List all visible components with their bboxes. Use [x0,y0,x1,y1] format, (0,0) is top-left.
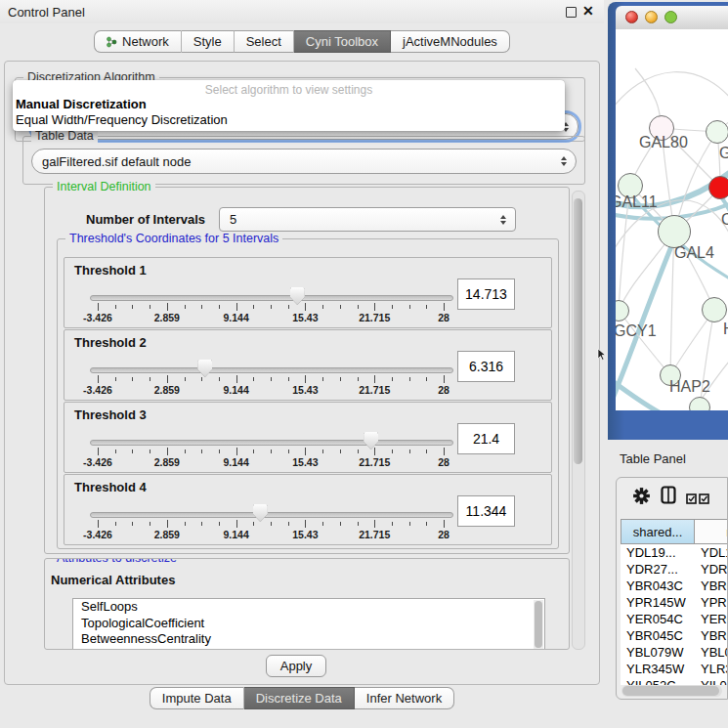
slider-track[interactable] [90,440,453,446]
tick-mark [322,305,323,309]
tick-label: -3.426 [83,312,112,323]
tab-select[interactable]: Select [235,30,294,53]
table-row[interactable]: YBR045CYBR0 [621,627,728,644]
slider-track[interactable] [90,295,453,301]
checkbox-checked-icon[interactable] [699,491,709,508]
slider-track[interactable] [90,512,453,518]
tick-mark [305,520,306,528]
column-header-name[interactable]: na [695,519,728,544]
slider-thumb[interactable] [290,287,305,305]
number-of-intervals-value: 5 [230,212,236,227]
vertical-scrollbar-thumb[interactable] [574,198,582,464]
tick-mark [288,377,289,381]
tick-mark [236,448,237,455]
slider-thumb[interactable] [197,360,212,377]
cell-shared-name: YIL052C [621,678,695,685]
thresholds-group: Threshold's Coordinates for 5 Intervals … [57,238,559,549]
number-of-intervals-label: Number of Intervals [86,212,205,227]
network-node-g[interactable] [706,120,728,144]
tick-mark [340,377,341,381]
interval-definition-group: Interval Definition Number of Intervals … [44,187,570,554]
tick-mark [444,375,445,383]
zoom-button[interactable] [664,11,677,23]
network-node-c[interactable] [708,176,728,199]
threshold-value-field[interactable]: 6.316 [457,351,515,382]
list-item-betweennesscentrality[interactable]: BetweennessCentrality [73,631,544,648]
tick-mark [305,303,306,311]
network-node-h[interactable] [702,297,727,322]
tick-mark [98,448,99,455]
cell-name: YIL0 [695,678,728,685]
table-rows[interactable]: YDL19...YDL1YDR27...YDR2YBR043CYBR0YPR14… [621,544,728,685]
slider-track[interactable] [90,367,453,373]
network-canvas[interactable]: GAL80G.CGAL11GAL4GCY1HHAP2 [616,29,728,410]
number-of-intervals-combobox[interactable]: 5 [219,207,516,232]
threshold-value-field[interactable]: 21.4 [457,423,515,454]
gear-icon[interactable] [633,488,650,508]
popup-item-equal-width-frequency[interactable]: Equal Width/Frequency Discretization [16,112,228,127]
tab-discretize-data[interactable]: Discretize Data [244,687,355,709]
close-button[interactable] [625,11,638,23]
table-panel-title: Table Panel [620,451,686,466]
node-label: C [721,211,728,229]
tab-style[interactable]: Style [182,30,235,53]
tick-label: 15.43 [292,456,318,468]
node-label: G. [719,145,728,162]
float-window-icon[interactable] [566,7,577,18]
tick-label: 28 [438,384,450,396]
table-row[interactable]: YDL19...YDL1 [621,544,728,561]
cell-name: YER0 [695,612,728,626]
threshold-panel-1: Threshold 1-3.4262.8599.14415.4321.71528… [64,257,552,328]
minimize-button[interactable] [645,11,658,23]
cell-name: YBL0 [695,645,728,660]
tick-label: 21.715 [359,384,390,396]
tick-mark [132,522,133,526]
table-row[interactable]: YLR345WYLR3 [621,661,728,677]
tab-impute-data[interactable]: Impute Data [150,687,244,709]
table-data-combobox[interactable]: galFiltered.sif default node [31,149,577,174]
cell-name: YDL1 [695,545,728,560]
tab-label: Cyni Toolbox [306,34,378,49]
checkbox-checked-icon[interactable] [686,491,697,508]
threshold-value-field[interactable]: 11.344 [457,495,515,527]
tick-mark [219,522,220,526]
tab-cyni-toolbox[interactable]: Cyni Toolbox [294,30,391,53]
tab-label: Network [122,34,169,49]
threshold-panel-3: Threshold 3-3.4262.8599.14415.4321.71528… [64,402,552,473]
list-item-topologicalcoefficient[interactable]: TopologicalCoefficient [73,616,544,632]
table-row[interactable]: YIL052CYIL0 [621,677,728,685]
tab-jactivemnodules[interactable]: jActiveMNodules [391,30,510,53]
tab-network[interactable]: Network [94,30,182,53]
apply-button[interactable]: Apply [266,655,326,677]
list-item-selfloops[interactable]: SelfLoops [73,599,544,616]
table-row[interactable]: YBL079WYBL0 [621,644,728,661]
network-node-gal4[interactable] [658,215,691,248]
tick-mark [374,448,375,455]
table-row[interactable]: YER054CYER0 [621,611,728,627]
tick-mark [150,305,150,309]
slider-thumb[interactable] [364,432,378,450]
horizontal-scrollbar[interactable] [621,685,722,697]
columns-icon[interactable] [661,486,676,508]
numerical-attributes-listbox[interactable]: SelfLoopsTopologicalCoefficientBetweenne… [72,598,545,650]
tab-infer-network[interactable]: Infer Network [355,687,454,709]
numerical-attributes-label: Numerical Attributes [51,573,175,587]
table-row[interactable]: YPR145WYPR1 [621,594,728,611]
tick-label: 9.144 [223,312,248,323]
table-row[interactable]: YDR27...YDR2 [621,561,728,578]
cell-shared-name: YBR043C [621,578,695,593]
tick-mark [409,522,410,526]
list-scrollbar[interactable] [534,600,543,649]
table-row[interactable]: YBR043CYBR0 [621,578,728,594]
horizontal-scrollbar-thumb[interactable] [622,686,719,696]
popup-item-manual-discretization[interactable]: Manual Discretization [16,97,147,111]
column-header-shared[interactable]: shared... [621,519,695,544]
cell-shared-name: YBL079W [621,645,695,660]
slider-thumb[interactable] [253,504,268,522]
control-panel-content: Discretization Algorithm Table Data galF… [4,61,600,685]
tick-mark [115,450,116,453]
network-window-titlebar[interactable] [616,6,728,30]
tab-label: Select [246,34,281,49]
close-icon[interactable]: ✕ [582,3,594,19]
threshold-value-field[interactable]: 14.713 [457,278,515,310]
